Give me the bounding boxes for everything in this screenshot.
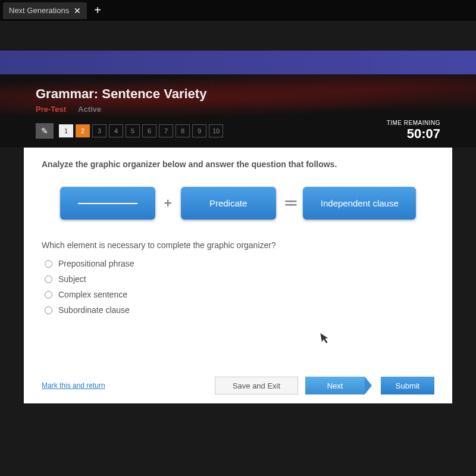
tab-pre-test[interactable]: Pre-Test	[36, 105, 66, 114]
option-c[interactable]: Complex sentence	[45, 290, 434, 299]
graphic-organizer: + Predicate == Independent clause	[42, 187, 434, 220]
radio-icon[interactable]	[45, 291, 52, 299]
option-label: Prepositional phrase	[58, 259, 134, 268]
question-nav-5[interactable]: 5	[126, 124, 140, 137]
option-a[interactable]: Prepositional phrase	[45, 259, 434, 268]
question-nav-10[interactable]: 10	[209, 124, 223, 137]
option-label: Subordinate clause	[58, 305, 130, 315]
question-nav-4[interactable]: 4	[109, 124, 123, 137]
add-tab-icon[interactable]: +	[94, 4, 101, 17]
question-nav-9[interactable]: 9	[192, 124, 206, 137]
option-label: Complex sentence	[58, 290, 127, 299]
plus-icon: +	[164, 196, 172, 211]
instruction-text: Analyze the graphic organizer below and …	[42, 159, 434, 169]
footer-bar: Mark this and return Save and Exit Next …	[42, 377, 434, 394]
question-text: Which element is necessary to complete t…	[42, 240, 434, 250]
save-exit-button[interactable]: Save and Exit	[215, 377, 298, 394]
question-nav-8[interactable]: 8	[176, 124, 190, 137]
submit-button[interactable]: Submit	[381, 377, 434, 394]
lesson-title: Grammar: Sentence Variety	[36, 86, 440, 102]
question-nav-1[interactable]: 1	[59, 124, 73, 137]
option-label: Subject	[58, 274, 86, 284]
lesson-header: Grammar: Sentence Variety Pre-Test Activ…	[0, 74, 476, 148]
app-top-bar	[0, 51, 476, 74]
pencil-icon[interactable]: ✎	[36, 123, 54, 139]
timer-label: TIME REMAINING	[387, 120, 440, 126]
question-nav-2[interactable]: 2	[76, 124, 90, 137]
organizer-predicate-box: Predicate	[181, 187, 276, 220]
organizer-blank-box	[60, 187, 155, 220]
tab-active[interactable]: Active	[78, 105, 101, 114]
close-icon[interactable]: ✕	[74, 6, 81, 15]
radio-icon[interactable]	[45, 275, 52, 283]
timer: TIME REMAINING 50:07	[387, 120, 440, 142]
tab-title: Next Generations	[9, 6, 69, 15]
next-button[interactable]: Next	[305, 377, 365, 394]
option-b[interactable]: Subject	[45, 274, 434, 284]
radio-icon[interactable]	[45, 306, 52, 314]
timer-value: 50:07	[387, 126, 440, 142]
option-d[interactable]: Subordinate clause	[45, 305, 434, 315]
question-nav-7[interactable]: 7	[159, 124, 173, 137]
question-nav-3[interactable]: 3	[92, 124, 107, 137]
cursor-icon	[320, 331, 332, 347]
answer-options: Prepositional phrase Subject Complex sen…	[42, 259, 434, 315]
browser-tab[interactable]: Next Generations ✕	[3, 2, 87, 19]
question-panel: Analyze the graphic organizer below and …	[24, 148, 452, 403]
equals-icon: ==	[285, 196, 295, 211]
question-nav-6[interactable]: 6	[142, 124, 156, 137]
browser-tab-bar: Next Generations ✕ +	[0, 0, 476, 21]
mark-return-link[interactable]: Mark this and return	[42, 381, 105, 390]
radio-icon[interactable]	[45, 260, 52, 268]
organizer-independent-box: Independent clause	[303, 187, 416, 220]
